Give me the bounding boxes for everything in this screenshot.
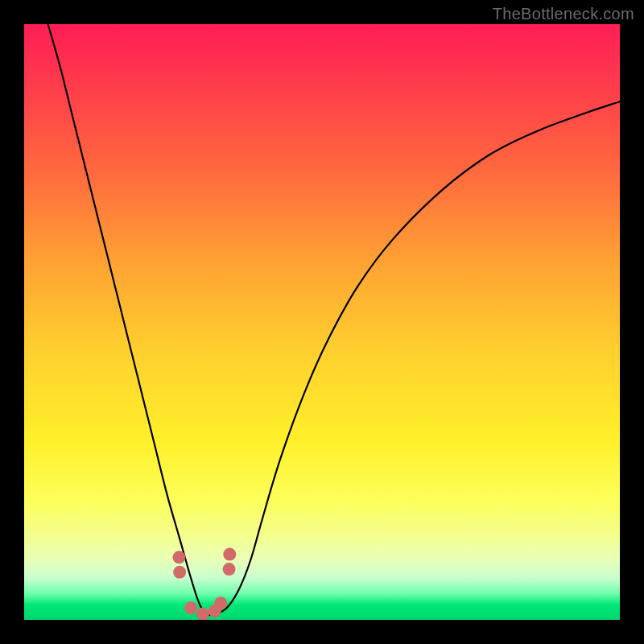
- data-dot: [196, 608, 209, 620]
- data-dot: [223, 548, 236, 561]
- data-dot: [214, 597, 227, 609]
- data-dot: [173, 566, 186, 579]
- data-dot: [223, 563, 236, 576]
- data-dot: [172, 551, 185, 564]
- plot-area: [24, 24, 620, 620]
- chart-svg: [24, 24, 620, 620]
- chart-frame: TheBottleneck.com: [0, 0, 644, 644]
- data-dot: [184, 601, 197, 614]
- curve-path: [48, 24, 620, 615]
- watermark-text: TheBottleneck.com: [493, 5, 634, 23]
